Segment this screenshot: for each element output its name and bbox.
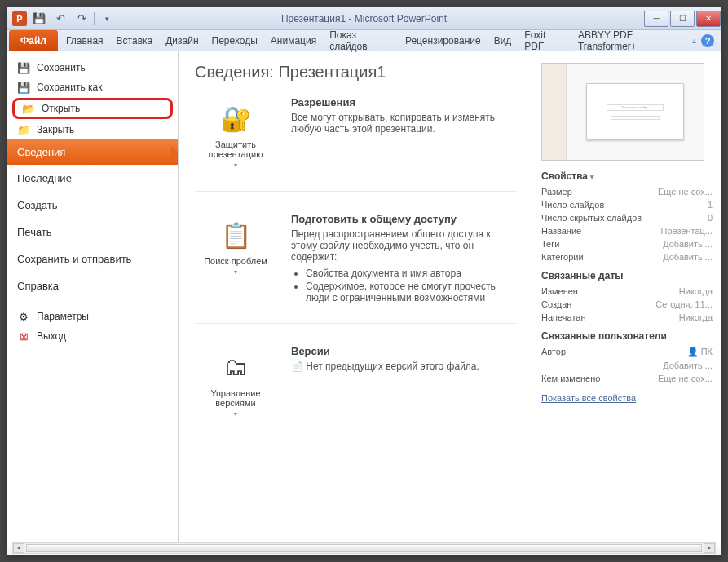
sidebar-label: Выход bbox=[37, 330, 66, 342]
button-label: Поиск проблем bbox=[199, 256, 272, 266]
tab-view[interactable]: Вид bbox=[488, 30, 518, 51]
manage-versions-button[interactable]: 🗂 Управление версиями ▾ bbox=[195, 345, 276, 422]
prop-tags[interactable]: ТегиДобавить ... bbox=[541, 237, 713, 250]
sidebar-save[interactable]: 💾Сохранить bbox=[7, 58, 178, 77]
sidebar-close[interactable]: 📁Закрыть bbox=[7, 120, 178, 139]
prop-label: Название bbox=[541, 226, 581, 236]
tab-foxit[interactable]: Foxit PDF bbox=[518, 30, 571, 51]
presentation-thumbnail[interactable]: Заголовок слайда bbox=[541, 63, 704, 161]
prop-categories[interactable]: КатегорииДобавить ... bbox=[541, 250, 713, 263]
properties-panel: Заголовок слайда Свойства РазмерЕще не с… bbox=[533, 51, 721, 542]
prop-modified: ИзмененНикогда bbox=[541, 285, 713, 298]
save-icon[interactable]: 💾 bbox=[30, 10, 48, 28]
versions-text: Версии 📄 Нет предыдущих версий этого фай… bbox=[291, 345, 517, 422]
sidebar-info[interactable]: Сведения bbox=[7, 139, 178, 165]
sidebar-print[interactable]: Печать bbox=[7, 219, 178, 246]
sidebar-open[interactable]: 📂Открыть bbox=[12, 98, 173, 119]
prop-value: Презентац... bbox=[660, 226, 713, 236]
prop-value: Еще не сох... bbox=[658, 374, 713, 383]
tab-review[interactable]: Рецензирование bbox=[399, 30, 488, 51]
button-label: Управление версиями bbox=[199, 388, 272, 408]
prop-value: 0 bbox=[708, 213, 713, 223]
tab-insert[interactable]: Вставка bbox=[110, 30, 160, 51]
section-heading: Подготовить к общему доступу bbox=[291, 213, 517, 225]
sidebar-exit[interactable]: ⊠Выход bbox=[7, 326, 178, 346]
tab-home[interactable]: Главная bbox=[60, 30, 110, 51]
undo-icon[interactable]: ↶ bbox=[51, 10, 69, 28]
ribbon-minimize-icon[interactable]: ▵ bbox=[692, 36, 696, 45]
prop-label: Создан bbox=[541, 299, 571, 309]
quick-access-toolbar: 💾 ↶ ↷ ▾ bbox=[30, 10, 116, 28]
prop-title[interactable]: НазваниеПрезентац... bbox=[541, 224, 713, 237]
dates-heading: Связанные даты bbox=[541, 270, 713, 281]
tab-transitions[interactable]: Переходы bbox=[205, 30, 264, 51]
tab-abbyy[interactable]: ABBYY PDF Transformer+ bbox=[571, 30, 692, 51]
prop-value: Добавить ... bbox=[663, 252, 713, 262]
backstage-sidebar: 💾Сохранить 💾Сохранить как 📂Открыть 📁Закр… bbox=[7, 51, 179, 542]
chevron-down-icon: ▾ bbox=[234, 268, 237, 276]
prop-label: Автор bbox=[541, 347, 566, 357]
sidebar-saveas[interactable]: 💾Сохранить как bbox=[7, 77, 178, 97]
versions-body-text: Нет предыдущих версий этого файла. bbox=[306, 361, 479, 372]
check-issues-button[interactable]: 📋 Поиск проблем ▾ bbox=[195, 213, 276, 305]
backstage: 💾Сохранить 💾Сохранить как 📂Открыть 📁Закр… bbox=[7, 51, 721, 542]
versions-section: 🗂 Управление версиями ▾ Версии 📄 Нет пре… bbox=[195, 345, 517, 440]
ribbon-tabs: Файл Главная Вставка Дизайн Переходы Ани… bbox=[7, 30, 721, 51]
minimize-button[interactable]: ─ bbox=[644, 11, 668, 27]
backstage-content: Сведения: Презентация1 🔐 Защитить презен… bbox=[179, 51, 721, 542]
prop-label: Число слайдов bbox=[541, 200, 604, 210]
sidebar-options[interactable]: ⚙Параметры bbox=[7, 307, 178, 326]
help-icon[interactable]: ? bbox=[701, 34, 714, 47]
window-controls: ─ ☐ ✕ bbox=[642, 11, 721, 27]
share-text: Подготовить к общему доступу Перед распр… bbox=[291, 213, 517, 305]
prop-value: 👤 ПК bbox=[687, 347, 713, 357]
prop-value: Никогда bbox=[679, 312, 713, 322]
sidebar-label: Последние bbox=[17, 172, 72, 184]
prop-add-author[interactable]: Добавить ... bbox=[541, 359, 713, 372]
prop-label: Теги bbox=[541, 239, 559, 249]
prop-value: 1 bbox=[708, 200, 713, 210]
redo-icon[interactable]: ↷ bbox=[73, 10, 90, 28]
show-all-properties-link[interactable]: Показать все свойства bbox=[541, 393, 636, 403]
prop-label: Изменен bbox=[541, 286, 578, 296]
folder-icon: 📁 bbox=[17, 123, 30, 136]
page-title: Сведения: Презентация1 bbox=[195, 63, 517, 82]
tab-slideshow[interactable]: Показ слайдов bbox=[323, 30, 399, 51]
list-item: Содержимое, которое не смогут прочесть л… bbox=[306, 281, 517, 303]
maximize-button[interactable]: ☐ bbox=[670, 11, 695, 27]
scroll-left-icon[interactable]: ◂ bbox=[13, 543, 24, 553]
checklist-icon: 📋 bbox=[215, 217, 256, 253]
exit-icon: ⊠ bbox=[17, 330, 30, 343]
close-button[interactable]: ✕ bbox=[696, 11, 721, 27]
tab-file[interactable]: Файл bbox=[9, 30, 58, 51]
prop-changed-by: Кем измененоЕще не сох... bbox=[541, 372, 713, 385]
app-window: P 💾 ↶ ↷ ▾ Презентация1 - Microsoft Power… bbox=[7, 7, 721, 555]
button-label: Защитить презентацию bbox=[199, 139, 272, 159]
sidebar-help[interactable]: Справка bbox=[7, 272, 178, 299]
prop-label: Число скрытых слайдов bbox=[541, 213, 642, 223]
properties-heading[interactable]: Свойства bbox=[541, 170, 713, 182]
qat-dropdown-icon[interactable]: ▾ bbox=[98, 10, 116, 28]
protect-presentation-button[interactable]: 🔐 Защитить презентацию ▾ bbox=[195, 96, 276, 173]
info-main: Сведения: Презентация1 🔐 Защитить презен… bbox=[179, 51, 533, 542]
prop-label: Напечатан bbox=[541, 312, 585, 322]
tab-design[interactable]: Дизайн bbox=[159, 30, 205, 51]
footer: ◂ ▸ bbox=[7, 542, 721, 555]
saveas-icon: 💾 bbox=[17, 81, 30, 94]
list-item: Свойства документа и имя автора bbox=[306, 268, 517, 279]
sidebar-new[interactable]: Создать bbox=[7, 192, 178, 219]
scroll-thumb[interactable] bbox=[26, 544, 702, 552]
prop-value: Добавить ... bbox=[663, 361, 713, 370]
prop-author[interactable]: Автор👤 ПК bbox=[541, 345, 713, 359]
scroll-right-icon[interactable]: ▸ bbox=[704, 543, 715, 553]
prop-created: СозданСегодня, 11... bbox=[541, 298, 713, 311]
tab-animations[interactable]: Анимация bbox=[264, 30, 323, 51]
horizontal-scrollbar[interactable]: ◂ ▸ bbox=[12, 542, 716, 554]
sidebar-recent[interactable]: Последние bbox=[7, 165, 178, 192]
sidebar-label: Открыть bbox=[42, 103, 80, 114]
sidebar-label: Справка bbox=[17, 280, 59, 292]
slide-preview: Заголовок слайда bbox=[586, 83, 684, 140]
sidebar-share[interactable]: Сохранить и отправить bbox=[7, 246, 178, 272]
lock-icon: 🔐 bbox=[215, 100, 256, 136]
share-issues-list: Свойства документа и имя автора Содержим… bbox=[306, 268, 517, 303]
